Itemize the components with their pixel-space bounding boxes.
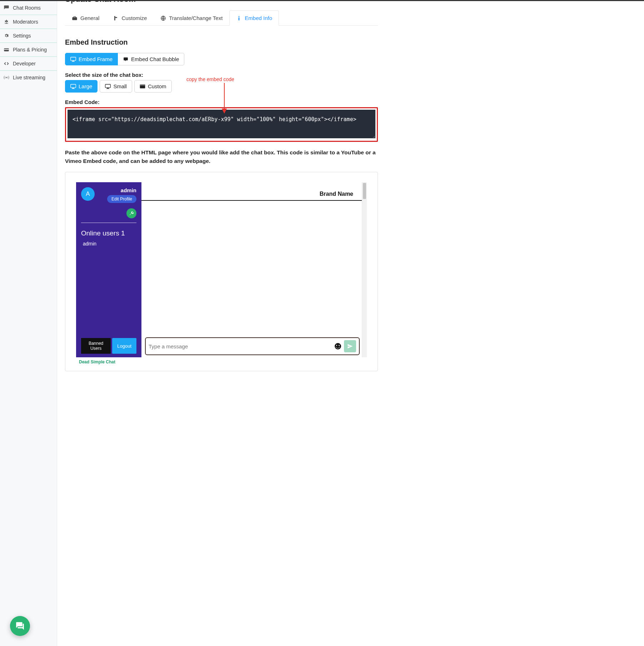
svg-rect-13: [72, 88, 75, 89]
sidebar-item-label: Plans & Pricing: [13, 47, 47, 53]
plans-icon: [4, 47, 9, 53]
tab-embed-info[interactable]: Embed Info: [229, 10, 279, 26]
chat-main: Brand Name: [141, 182, 362, 357]
settings-icon: [4, 33, 9, 39]
sidebar-item-developer[interactable]: Developer: [0, 57, 57, 71]
svg-rect-18: [140, 84, 145, 85]
globe-icon: [160, 15, 166, 21]
sidebar-item-moderators[interactable]: Moderators: [0, 15, 57, 29]
monitor-icon: [105, 84, 111, 89]
svg-rect-12: [73, 88, 74, 88]
scrollbar[interactable]: [362, 182, 367, 357]
help-fab[interactable]: [10, 616, 30, 636]
scroll-thumb[interactable]: [363, 183, 366, 199]
svg-rect-16: [106, 88, 109, 89]
help-icon: [15, 621, 25, 631]
sidebar-item-label: Settings: [13, 33, 31, 39]
logout-button[interactable]: Logout: [112, 338, 136, 354]
button-label: Small: [113, 83, 127, 89]
svg-marker-20: [222, 109, 227, 114]
svg-rect-10: [72, 61, 75, 61]
monitor-icon: [70, 57, 76, 62]
sidebar-item-label: Moderators: [13, 19, 38, 25]
sidebar-item-label: Live streaming: [13, 75, 45, 80]
svg-rect-3: [4, 49, 9, 50]
chat-rooms-icon: [4, 5, 9, 11]
svg-point-6: [239, 16, 240, 17]
size-large-button[interactable]: Large: [65, 80, 98, 93]
svg-rect-8: [71, 57, 76, 60]
tabs: General Customize Translate/Change Text …: [65, 10, 378, 26]
svg-rect-1: [5, 23, 8, 24]
button-label: Custom: [148, 83, 166, 89]
sidebar-item-plans[interactable]: Plans & Pricing: [0, 43, 57, 57]
wrench-icon: [129, 211, 134, 216]
svg-rect-11: [71, 84, 76, 88]
toolbox-icon: [72, 15, 78, 21]
avatar: A: [81, 187, 95, 201]
tab-label: Embed Info: [245, 15, 272, 21]
send-button[interactable]: [344, 340, 356, 352]
sidebar-item-live-streaming[interactable]: Live streaming: [0, 71, 57, 84]
svg-rect-14: [105, 84, 111, 88]
main-content: Update Chat Room General Customize Trans…: [57, 1, 386, 646]
info-icon: [236, 15, 242, 21]
page-title: Update Chat Room: [65, 0, 378, 4]
paste-instruction: Paste the above code on the HTML page wh…: [65, 148, 378, 165]
sidebar-item-label: Chat Rooms: [13, 5, 41, 11]
divider: [81, 223, 136, 223]
online-user: admin: [81, 241, 136, 247]
svg-rect-7: [239, 18, 240, 20]
arrow-down-icon: [220, 83, 228, 114]
button-label: Embed Frame: [79, 56, 113, 62]
sidebar-item-label: Developer: [13, 61, 36, 66]
sidebar-item-settings[interactable]: Settings: [0, 29, 57, 43]
svg-rect-15: [107, 88, 109, 88]
monitor-icon: [70, 84, 76, 89]
chat-brand: Brand Name: [141, 182, 362, 201]
tab-general[interactable]: General: [65, 10, 106, 26]
send-icon: [347, 343, 353, 349]
streaming-icon: [4, 75, 9, 80]
button-label: Large: [79, 83, 92, 89]
button-label: Embed Chat Bubble: [131, 56, 179, 62]
embed-heading: Embed Instruction: [65, 38, 378, 46]
banned-users-button[interactable]: Banned Users: [81, 338, 111, 354]
embed-mode-group: Embed Frame Embed Chat Bubble: [65, 53, 378, 65]
sidebar: Chat Rooms Moderators Settings Plans & P…: [0, 1, 57, 646]
annotation-text: copy the embed code: [186, 76, 234, 82]
tab-translate[interactable]: Translate/Change Text: [154, 10, 229, 26]
chat-input[interactable]: [149, 343, 332, 349]
svg-rect-2: [4, 48, 9, 51]
size-custom-button[interactable]: Custom: [134, 80, 172, 93]
edit-profile-button[interactable]: Edit Profile: [107, 195, 136, 203]
chat-input-row: [145, 337, 360, 355]
window-icon: [140, 84, 145, 89]
chat-username: admin: [98, 187, 136, 193]
svg-point-4: [6, 77, 7, 78]
chat-sidebar: A admin Edit Profile Online users 1 admi…: [76, 182, 141, 357]
online-users-title: Online users 1: [81, 229, 136, 237]
size-small-button[interactable]: Small: [100, 80, 132, 93]
emoji-icon[interactable]: [335, 343, 341, 349]
tools-button[interactable]: [126, 208, 136, 218]
embed-code-textarea[interactable]: [68, 110, 375, 138]
tab-customize[interactable]: Customize: [106, 10, 154, 26]
chat-preview: A admin Edit Profile Online users 1 admi…: [65, 172, 378, 371]
annotation: copy the embed code: [186, 76, 234, 82]
customize-icon: [113, 15, 119, 21]
developer-icon: [4, 61, 9, 66]
tab-label: Translate/Change Text: [169, 15, 223, 21]
bubble-icon: [123, 57, 129, 62]
embed-bubble-button[interactable]: Embed Chat Bubble: [118, 53, 184, 65]
moderators-icon: [4, 19, 9, 25]
embed-frame-button[interactable]: Embed Frame: [65, 53, 118, 65]
chat-footer-brand: Dead Simple Chat: [76, 357, 367, 364]
tab-label: General: [80, 15, 99, 21]
svg-rect-9: [73, 61, 74, 61]
sidebar-item-chat-rooms[interactable]: Chat Rooms: [0, 1, 57, 15]
tab-label: Customize: [121, 15, 147, 21]
chat-messages: [141, 201, 362, 335]
